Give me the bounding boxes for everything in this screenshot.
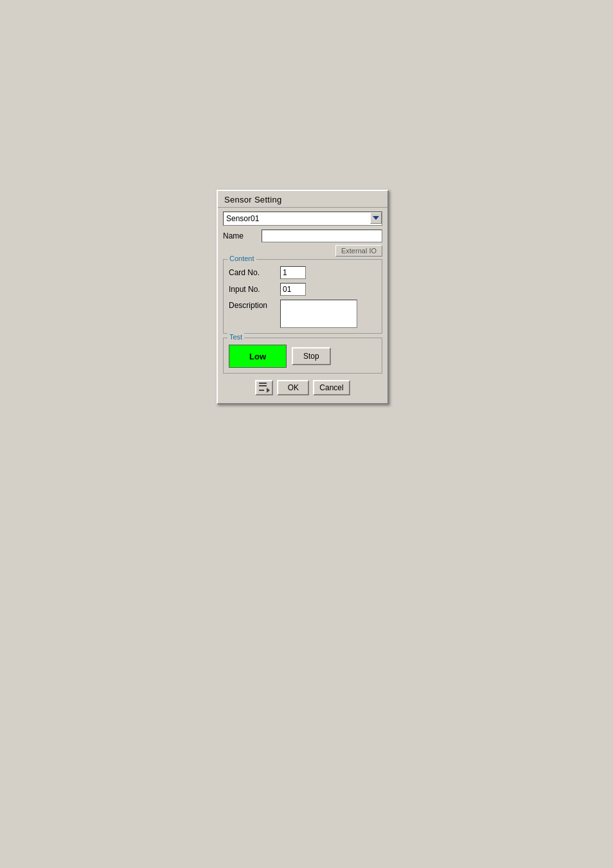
test-indicator: Low xyxy=(229,345,287,368)
input-no-input[interactable] xyxy=(280,283,306,296)
description-row: Description xyxy=(229,300,377,328)
card-no-input[interactable] xyxy=(280,266,306,279)
dialog-body: Sensor01 Name External IO Content Card N… xyxy=(218,208,387,403)
input-no-label: Input No. xyxy=(229,285,280,294)
icon-arrow xyxy=(267,388,270,393)
content-legend: Content xyxy=(227,255,256,262)
dropdown-arrow-icon[interactable] xyxy=(370,212,382,224)
chevron-down-icon xyxy=(373,216,379,220)
indicator-label: Low xyxy=(249,352,266,361)
content-fieldset: Content Card No. Input No. Description xyxy=(223,259,382,334)
sensor-dropdown[interactable]: Sensor01 xyxy=(223,212,382,226)
list-icon xyxy=(259,383,270,393)
card-no-label: Card No. xyxy=(229,268,280,277)
bottom-row: OK Cancel xyxy=(223,379,382,398)
icon-line-3 xyxy=(259,390,264,391)
name-row: Name xyxy=(223,230,382,242)
card-no-row: Card No. xyxy=(229,266,377,279)
dialog-title: Sensor Setting xyxy=(218,191,387,208)
test-fieldset: Test Low Stop xyxy=(223,338,382,374)
name-label: Name xyxy=(223,231,262,240)
ok-button[interactable]: OK xyxy=(277,380,309,395)
icon-button[interactable] xyxy=(255,380,273,395)
input-no-row: Input No. xyxy=(229,283,377,296)
icon-line-1 xyxy=(259,383,267,384)
sensor-setting-dialog: Sensor Setting Sensor01 Name External IO… xyxy=(217,190,389,404)
sensor-dropdown-value: Sensor01 xyxy=(226,214,259,223)
cancel-button[interactable]: Cancel xyxy=(313,380,350,395)
name-input[interactable] xyxy=(262,230,382,242)
test-legend: Test xyxy=(227,333,244,341)
stop-button[interactable]: Stop xyxy=(292,347,331,365)
description-label: Description xyxy=(229,300,280,310)
icon-line-2 xyxy=(259,385,267,386)
description-textarea[interactable] xyxy=(280,300,357,328)
sensor-dropdown-row: Sensor01 xyxy=(223,212,382,226)
test-content: Low Stop xyxy=(229,345,377,368)
external-io-button[interactable]: External IO xyxy=(335,245,382,257)
